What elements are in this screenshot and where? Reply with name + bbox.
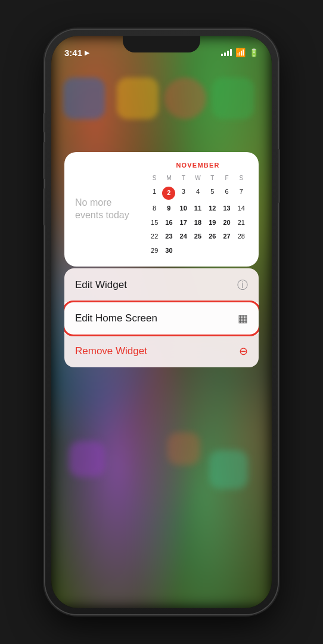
edit-home-screen-label: Edit Home Screen xyxy=(75,312,157,324)
remove-widget-label: Remove Widget xyxy=(75,345,147,357)
cal-header-t2: T xyxy=(206,172,219,184)
cal-day: 9 xyxy=(162,202,175,215)
edit-widget-label: Edit Widget xyxy=(75,279,127,291)
volume-down-button[interactable] xyxy=(43,188,45,225)
edit-home-screen-icon: ▦ xyxy=(238,312,248,325)
cal-day: 29 xyxy=(148,244,161,258)
cal-day: 4 xyxy=(191,185,204,201)
remove-widget-icon: ⊖ xyxy=(239,345,248,358)
wifi-icon: 📶 xyxy=(235,48,246,57)
remove-widget-menu-item[interactable]: Remove Widget ⊖ xyxy=(64,335,259,367)
cal-day xyxy=(191,244,204,258)
cal-day: 24 xyxy=(177,230,190,243)
phone-frame: 3:41 ▶ 📶 🔋 No more events today NOVEMB xyxy=(45,30,278,614)
signal-icon xyxy=(221,49,232,56)
cal-day: 15 xyxy=(148,216,161,230)
time-display: 3:41 xyxy=(64,48,82,58)
calendar-month: NOVEMBER xyxy=(148,162,248,169)
cal-day: 10 xyxy=(177,202,190,215)
cal-day: 6 xyxy=(220,185,233,201)
cal-day-today: 2 xyxy=(162,185,175,201)
mute-button[interactable] xyxy=(43,113,45,132)
calendar-widget[interactable]: No more events today NOVEMBER S M T W T … xyxy=(64,152,259,267)
cal-header-t1: T xyxy=(177,172,190,184)
cal-header-m: M xyxy=(162,172,175,184)
calendar-days-grid: S M T W T F S 1 2 3 4 5 6 7 8 xyxy=(148,172,248,257)
no-events-label: No more events today xyxy=(75,197,141,222)
cal-header-w: W xyxy=(191,172,204,184)
cal-day: 20 xyxy=(220,216,233,230)
cal-day: 22 xyxy=(148,230,161,243)
notch xyxy=(123,36,200,52)
cal-day: 1 xyxy=(148,185,161,201)
cal-day: 11 xyxy=(191,202,204,215)
phone-screen: 3:41 ▶ 📶 🔋 No more events today NOVEMB xyxy=(51,36,272,608)
cal-day: 30 xyxy=(162,244,175,258)
volume-up-button[interactable] xyxy=(43,142,45,179)
cal-day: 23 xyxy=(162,230,175,243)
calendar-no-events: No more events today xyxy=(75,162,141,257)
cal-day: 8 xyxy=(148,202,161,215)
cal-day xyxy=(177,244,190,258)
cal-day xyxy=(220,244,233,258)
calendar-grid: NOVEMBER S M T W T F S 1 2 3 4 5 6 xyxy=(148,162,248,257)
edit-home-screen-menu-item[interactable]: Edit Home Screen ▦ xyxy=(64,302,259,335)
cal-header-f: F xyxy=(220,172,233,184)
cal-day: 26 xyxy=(206,230,219,243)
cal-day: 21 xyxy=(235,216,248,230)
cal-day: 3 xyxy=(177,185,190,201)
location-icon: ▶ xyxy=(85,49,89,56)
cal-day: 19 xyxy=(206,216,219,230)
menu-container: Edit Widget ⓘ Edit Home Screen ▦ Remove … xyxy=(64,268,259,367)
cal-day: 13 xyxy=(220,202,233,215)
edit-widget-menu-item[interactable]: Edit Widget ⓘ xyxy=(64,268,259,302)
status-icons: 📶 🔋 xyxy=(221,48,259,57)
cal-day: 5 xyxy=(206,185,219,201)
cal-header-s1: S xyxy=(148,172,161,184)
battery-icon: 🔋 xyxy=(249,48,259,57)
context-menu: Edit Widget ⓘ Edit Home Screen ▦ Remove … xyxy=(64,268,259,367)
cal-day: 12 xyxy=(206,202,219,215)
cal-day: 27 xyxy=(220,230,233,243)
cal-day: 16 xyxy=(162,216,175,230)
cal-day: 14 xyxy=(235,202,248,215)
edit-widget-icon: ⓘ xyxy=(237,278,248,292)
cal-day: 17 xyxy=(177,216,190,230)
cal-day: 28 xyxy=(235,230,248,243)
cal-day: 18 xyxy=(191,216,204,230)
cal-day xyxy=(206,244,219,258)
power-button[interactable] xyxy=(278,149,280,203)
cal-day: 7 xyxy=(235,185,248,201)
cal-day: 25 xyxy=(191,230,204,243)
cal-day xyxy=(235,244,248,258)
status-time: 3:41 ▶ xyxy=(64,48,89,58)
cal-header-s2: S xyxy=(235,172,248,184)
